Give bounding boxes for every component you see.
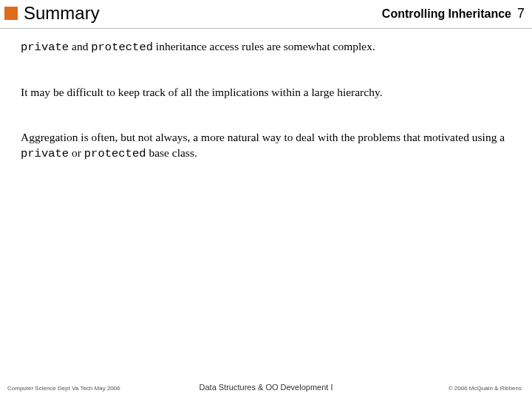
code-protected: protected (84, 147, 146, 160)
text: base class. (146, 146, 197, 159)
slide-header: Summary Controlling Inheritance 7 (0, 0, 532, 28)
code-private: private (21, 41, 69, 54)
footer-center: Data Structures & OO Development I (200, 383, 333, 392)
text: or (69, 146, 84, 159)
slide-topic: Controlling Inheritance (382, 7, 511, 21)
code-protected: protected (91, 41, 153, 54)
text: and (69, 40, 91, 52)
text: inheritance access rules are somewhat co… (153, 40, 375, 52)
slide-title: Summary (24, 3, 100, 24)
page-number: 7 (517, 6, 525, 21)
paragraph-1: private and protected inheritance access… (21, 39, 511, 55)
paragraph-3: Aggregation is often, but not always, a … (21, 130, 511, 162)
footer-right: © 2006 McQuain & Ribbens (449, 385, 522, 392)
bullet-icon (4, 7, 18, 20)
header-right: Controlling Inheritance 7 (382, 6, 525, 21)
header-left: Summary (4, 3, 100, 24)
code-private: private (21, 147, 69, 160)
slide-footer: Computer Science Dept Va Tech May 2006 D… (0, 385, 532, 392)
slide: Summary Controlling Inheritance 7 privat… (0, 0, 532, 399)
paragraph-2: It may be difficult to keep track of all… (21, 85, 511, 100)
slide-body: private and protected inheritance access… (0, 29, 532, 162)
footer-left: Computer Science Dept Va Tech May 2006 (7, 385, 120, 392)
text: Aggregation is often, but not always, a … (21, 131, 505, 143)
